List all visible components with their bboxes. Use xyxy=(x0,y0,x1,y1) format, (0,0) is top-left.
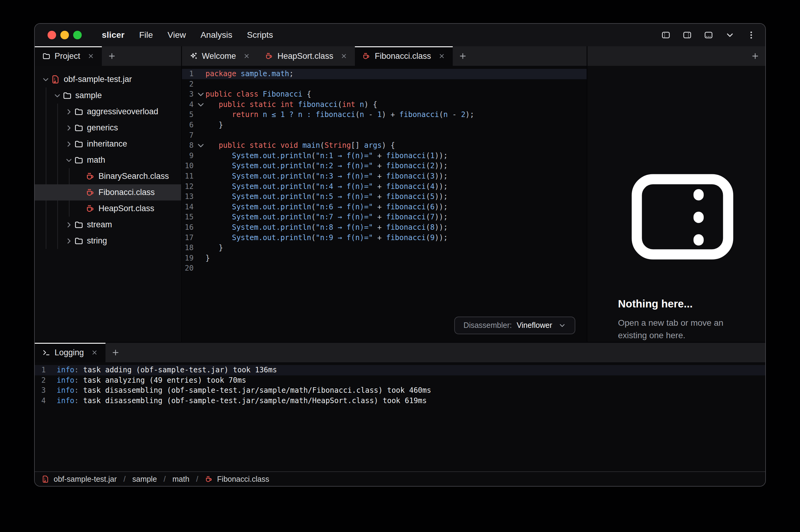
tab-label: Logging xyxy=(55,348,84,357)
chevron-right-icon[interactable] xyxy=(64,140,73,148)
log-message: task disassembling (obf-sample-test.jar/… xyxy=(83,396,427,406)
close-icon[interactable] xyxy=(243,52,250,60)
tree-item-string[interactable]: string xyxy=(35,233,181,249)
code-token: ( xyxy=(426,192,430,201)
chevron-down-icon[interactable] xyxy=(64,156,73,165)
log-separator: : xyxy=(74,365,83,375)
code-token: )); xyxy=(434,192,448,201)
new-tab-button[interactable] xyxy=(106,343,126,362)
log-level: info xyxy=(57,375,74,386)
fold-chevron-icon[interactable] xyxy=(193,100,205,110)
new-tab-button[interactable] xyxy=(453,46,473,66)
panel-right-icon[interactable] xyxy=(682,30,692,40)
chevron-down-icon[interactable] xyxy=(53,91,61,100)
code-token: public class xyxy=(205,90,263,98)
app-name[interactable]: slicer xyxy=(102,30,124,40)
tab-logging[interactable]: Logging xyxy=(35,343,106,362)
code-token: + xyxy=(373,213,386,221)
code-token: ) { xyxy=(364,100,377,109)
breadcrumb-item-fibonacci-class[interactable]: Fibonacci.class xyxy=(205,475,269,483)
code-token: ) + xyxy=(382,110,399,119)
chevron-right-icon[interactable] xyxy=(64,108,73,116)
tree-item-math[interactable]: math xyxy=(35,152,181,168)
code-token: ( xyxy=(311,203,316,211)
code-token: main xyxy=(302,141,320,150)
new-tab-button[interactable] xyxy=(745,46,765,66)
code-token: "n:6 → f(n)=" xyxy=(316,203,373,211)
tree-item-obf-sample-test-jar[interactable]: obf-sample-test.jar xyxy=(35,71,181,88)
chevron-right-icon[interactable] xyxy=(64,124,73,132)
fold-chevron-icon[interactable] xyxy=(193,89,205,100)
code-token: 2 xyxy=(461,110,465,119)
breadcrumb-item-sample[interactable]: sample xyxy=(132,475,157,483)
menu-view[interactable]: View xyxy=(168,30,186,40)
tab-heapsort-class[interactable]: HeapSort.class xyxy=(258,46,355,66)
folder-icon xyxy=(62,91,72,100)
tree-item-inheritance[interactable]: inheritance xyxy=(35,136,181,152)
chevron-right-icon[interactable] xyxy=(64,237,73,245)
menu-file[interactable]: File xyxy=(139,30,153,40)
panel-bottom-icon[interactable] xyxy=(704,30,713,40)
close-icon[interactable] xyxy=(87,52,94,60)
breadcrumb-item-math[interactable]: math xyxy=(172,475,190,483)
chevron-right-icon[interactable] xyxy=(64,221,73,229)
breadcrumb-separator: / xyxy=(124,475,126,483)
tree-item-fibonacci-class[interactable]: Fibonacci.class xyxy=(35,184,181,201)
code-token: Fibonacci xyxy=(263,90,302,98)
code-token: n xyxy=(360,110,364,119)
tab-fibonacci-class[interactable]: Fibonacci.class xyxy=(355,46,453,66)
tree-item-generics[interactable]: generics xyxy=(35,120,181,136)
code-line: 11 System.out.println("n:3 → f(n)=" + fi… xyxy=(182,171,587,182)
code-text: return n ≤ 1 ? n : fibonacci(n - 1) + fi… xyxy=(205,110,474,120)
chevron-down-icon[interactable] xyxy=(725,30,735,40)
code-token: 4 xyxy=(430,182,434,191)
minimize-window-button[interactable] xyxy=(60,31,69,39)
jar-icon xyxy=(41,475,50,483)
new-tab-button[interactable] xyxy=(102,46,122,66)
log-message: task adding (obf-sample-test.jar) took 1… xyxy=(83,365,277,375)
panel-left-icon[interactable] xyxy=(661,30,671,40)
code-token: n xyxy=(443,110,448,119)
right-tab-strip xyxy=(588,46,765,66)
code-line: 4 public static int fibonacci(int n) { xyxy=(182,100,587,110)
folder-icon xyxy=(42,52,51,60)
code-token: ( xyxy=(355,110,359,119)
tab-welcome[interactable]: Welcome xyxy=(182,46,258,66)
tree-item-label: BinarySearch.class xyxy=(98,172,169,181)
fold-chevron-icon[interactable] xyxy=(193,140,205,151)
line-number: 20 xyxy=(182,263,193,273)
close-window-button[interactable] xyxy=(48,31,56,39)
tree-item-sample[interactable]: sample xyxy=(35,88,181,103)
line-number: 16 xyxy=(182,223,193,233)
close-icon[interactable] xyxy=(91,349,98,356)
zoom-window-button[interactable] xyxy=(73,31,82,39)
code-token: "n:9 → f(n)=" xyxy=(316,233,373,242)
code-token: fibonacci xyxy=(386,223,426,232)
code-token: + xyxy=(373,203,386,211)
tree-item-aggressiveoverload[interactable]: aggressiveoverload xyxy=(35,103,181,120)
code-token: [] xyxy=(351,141,364,150)
close-icon[interactable] xyxy=(340,52,348,60)
tree-item-label: math xyxy=(87,155,105,165)
code-token: - xyxy=(364,110,377,119)
log-message: task analyzing (49 entries) took 70ms xyxy=(83,375,246,386)
menu-scripts[interactable]: Scripts xyxy=(247,30,273,40)
disassembler-select[interactable]: Disassembler: Vineflower xyxy=(454,317,575,334)
code-line: 1package sample.math; xyxy=(182,69,587,79)
tree-item-stream[interactable]: stream xyxy=(35,217,181,233)
chevron-down-icon[interactable] xyxy=(41,75,50,84)
code-token: System.out.println xyxy=(232,213,311,221)
breadcrumb-item-obf-sample-test-jar[interactable]: obf-sample-test.jar xyxy=(41,475,117,483)
tree-item-binarysearch-class[interactable]: BinarySearch.class xyxy=(35,168,181,184)
kebab-menu-icon[interactable] xyxy=(746,30,756,40)
fold-spacer xyxy=(193,110,205,120)
code-text: System.out.println("n:8 → f(n)=" + fibon… xyxy=(205,223,448,233)
tree-item-heapsort-class[interactable]: HeapSort.class xyxy=(35,201,181,217)
code-token: )); xyxy=(434,172,448,180)
menu-analysis[interactable]: Analysis xyxy=(201,30,232,40)
close-icon[interactable] xyxy=(438,52,445,60)
tab-project[interactable]: Project xyxy=(35,46,102,66)
code-token: 7 xyxy=(430,213,434,221)
line-number: 5 xyxy=(182,110,193,120)
disassembler-label: Disassembler: xyxy=(463,320,511,330)
